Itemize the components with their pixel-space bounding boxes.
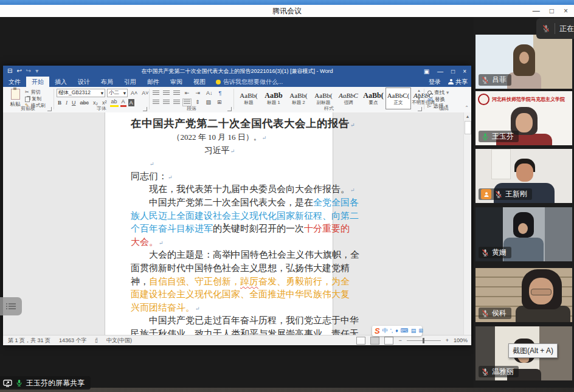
language-indicator[interactable]: 中文(中国) xyxy=(106,337,132,345)
ime-mode-button[interactable]: 中 xyxy=(382,326,388,336)
sort-icon[interactable]: A↓ xyxy=(205,89,214,97)
proofing-icon[interactable]: ▯̈ xyxy=(95,338,98,343)
styles-dialog-launcher[interactable] xyxy=(418,107,422,111)
vertical-scrollbar[interactable]: ▲ xyxy=(463,112,471,335)
ime-punctuation-icon[interactable]: ’, xyxy=(390,326,393,336)
doc-run: 现在，我代表第十九届中央委员会向大会作报告。 xyxy=(149,184,350,194)
collapse-ribbon-icon[interactable]: ⌃ xyxy=(465,105,469,111)
share-button-label: 共享 xyxy=(455,78,468,86)
participant-nameplate: 王玉芬 xyxy=(479,131,519,142)
zoom-in-icon[interactable]: + xyxy=(446,337,449,343)
participant-nameplate: 吕菲 xyxy=(479,74,511,86)
web-layout-icon[interactable] xyxy=(384,337,393,345)
show-marks-icon[interactable]: ¶ xyxy=(218,89,223,97)
word-count[interactable]: 14363 个字 xyxy=(59,337,87,345)
read-mode-icon[interactable] xyxy=(356,337,365,345)
app-titlebar: 腾讯会议 xyxy=(0,5,574,18)
participant-tile[interactable]: 侯科 xyxy=(475,268,572,322)
ribbon-tab-6[interactable]: 邮件 xyxy=(142,77,165,87)
copy-button[interactable]: 复制 xyxy=(25,96,46,102)
participant-sidebar: 吕菲 河北科技师范学院马克思主义学院 王玉芬 xyxy=(474,17,574,392)
paragraph-mark-icon: ↵ xyxy=(195,306,200,312)
paragraph-mark-icon: ↵ xyxy=(350,122,355,128)
quick-access-toolbar: ⊟ ↩ ↪ ▾ xyxy=(3,66,38,77)
zoom-out-icon[interactable]: − xyxy=(398,337,401,343)
participant-tile[interactable]: 河北科技师范学院马克思主义学院 王玉芬 xyxy=(475,91,572,145)
ribbon-tab-7[interactable]: 审阅 xyxy=(165,77,188,87)
replace-button[interactable]: ab 替换 xyxy=(427,96,445,103)
paragraph-dialog-launcher[interactable] xyxy=(227,107,232,111)
grow-font-button[interactable]: A˄ xyxy=(130,89,139,97)
ribbon-display-icon[interactable]: ▣ xyxy=(424,68,429,75)
align-left-icon[interactable] xyxy=(153,100,159,105)
decrease-indent-icon[interactable]: ⇤ xyxy=(184,89,191,97)
ribbon-tab-0[interactable]: 文件 xyxy=(3,77,26,87)
increase-indent-icon[interactable]: ⇥ xyxy=(195,89,202,97)
minimize-icon[interactable]: — xyxy=(533,5,540,17)
share-button[interactable]: 共享 xyxy=(448,78,468,86)
doc-line: 大会的主题是：高举中国特色社会主义伟大旗帜，全 xyxy=(131,249,308,262)
word-window: ⊟ ↩ ↪ ▾ 在中国共产党第二十次全国代表大会上的报告20221016(3)(… xyxy=(3,66,471,345)
ribbon-tab-3[interactable]: 设计 xyxy=(72,77,95,87)
zoom-slider-thumb[interactable] xyxy=(423,338,424,343)
zoom-slider[interactable] xyxy=(407,340,441,341)
styles-more-icon[interactable]: ▼̲ xyxy=(417,97,421,101)
font-dialog-launcher[interactable] xyxy=(143,107,147,111)
scroll-up-icon[interactable]: ▲ xyxy=(464,112,471,120)
document-page[interactable]: 在中国共产党第二十次全国代表大会上的报告↵（2022 年 10 月 16 日）。… xyxy=(105,112,333,335)
numbering-icon[interactable] xyxy=(163,91,170,96)
maximize-icon[interactable]: □ xyxy=(550,5,554,17)
zoom-level[interactable]: 100% xyxy=(454,337,468,343)
ribbon-tab-4[interactable]: 布局 xyxy=(95,77,119,87)
ribbon-tab-8[interactable]: 视图 xyxy=(188,77,211,87)
paste-icon xyxy=(11,89,20,100)
font-size-value: 小二 xyxy=(109,89,119,97)
font-size-combobox[interactable]: 小二▾ xyxy=(107,89,128,97)
word-close-icon[interactable]: × xyxy=(463,68,466,75)
copy-icon xyxy=(25,97,30,102)
accent-strip xyxy=(0,0,574,5)
participant-tile[interactable]: 吕菲 xyxy=(475,35,572,89)
justify-icon[interactable] xyxy=(184,100,190,105)
ime-logo[interactable]: S xyxy=(375,326,380,336)
redo-icon[interactable]: ↪ xyxy=(26,66,31,77)
tell-me-box[interactable]: 告诉我您想要做什么... xyxy=(216,78,283,86)
ime-keyboard-icon[interactable]: ⌨ xyxy=(401,326,409,336)
clipboard-dialog-launcher[interactable] xyxy=(47,107,52,111)
undo-icon[interactable]: ↩ xyxy=(16,66,21,77)
align-center-icon[interactable] xyxy=(163,100,170,105)
ribbon-tab-1[interactable]: 开始 xyxy=(26,77,49,87)
page-indicator[interactable]: 第 1 页，共 31 页 xyxy=(8,337,50,345)
text-cursor-icon: I xyxy=(223,221,229,230)
bullets-icon[interactable] xyxy=(153,91,159,96)
multilevel-list-icon[interactable] xyxy=(173,91,180,96)
print-layout-icon[interactable] xyxy=(370,337,379,345)
ribbon-tab-2[interactable]: 插入 xyxy=(49,77,72,87)
close-icon[interactable]: × xyxy=(564,5,568,17)
ime-toolbox-icon[interactable]: ▤ xyxy=(411,326,417,336)
align-right-icon[interactable] xyxy=(173,100,180,105)
word-restore-icon[interactable]: □ xyxy=(451,68,455,75)
ime-mic-icon[interactable]: ♦ xyxy=(395,326,398,336)
doc-run: 中国共产党第二十次全国代表大会，是在 xyxy=(149,198,313,207)
styles-scroll-down-icon[interactable]: ▼ xyxy=(417,93,421,97)
ribbon-tab-5[interactable]: 引用 xyxy=(119,77,142,87)
word-minimize-icon[interactable]: — xyxy=(437,68,443,75)
clipboard-group-label: 剪贴板 xyxy=(3,105,53,112)
styles-scroll-up-icon[interactable]: ▲ xyxy=(417,89,421,92)
ime-grid-icon[interactable]: ⊞ xyxy=(418,326,423,336)
participant-tile[interactable]: 王新刚 xyxy=(475,149,572,203)
participant-name: 王玉芬 xyxy=(492,131,514,142)
ime-toolbar[interactable]: S 中 ’, ♦ ⌨ ▤ ⊞ xyxy=(372,326,422,336)
sign-in-button[interactable]: 登录 xyxy=(429,78,441,86)
find-button[interactable]: 查找▾ xyxy=(427,89,449,96)
save-icon[interactable]: ⊟ xyxy=(7,66,12,77)
participant-tile[interactable]: 黄姗 xyxy=(475,207,572,261)
screen-share-badge[interactable]: 王玉芬的屏幕共享 xyxy=(0,376,91,390)
qat-customize-icon[interactable]: ▾ xyxy=(35,66,38,77)
font-name-combobox[interactable]: 楷体_GB2312▾ xyxy=(57,89,105,97)
meeting-float-toolbar[interactable]: 正在 xyxy=(536,18,574,39)
scrollbar-thumb[interactable] xyxy=(465,121,471,134)
cut-button[interactable]: ✂剪切 xyxy=(25,89,46,95)
panel-handle[interactable] xyxy=(0,297,22,315)
